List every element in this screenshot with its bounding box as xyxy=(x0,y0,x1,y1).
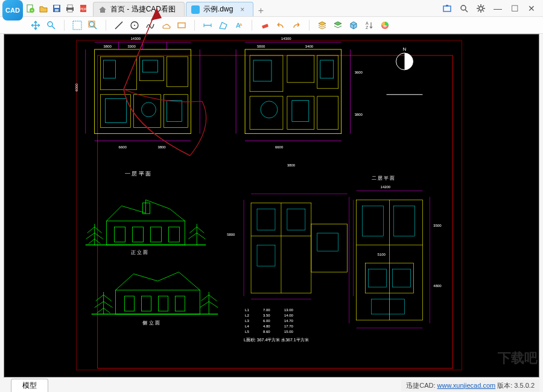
svg-text:A: A xyxy=(366,21,369,25)
settings-icon[interactable] xyxy=(475,3,486,14)
svg-rect-42 xyxy=(262,24,268,28)
maximize-button[interactable]: ☐ xyxy=(509,3,520,14)
svg-text:17.70: 17.70 xyxy=(284,324,294,328)
minimize-button[interactable]: — xyxy=(492,3,503,14)
tab-home[interactable]: 首页 - 迅捷CAD看图 xyxy=(93,2,185,16)
measure-area-icon[interactable] xyxy=(218,20,229,31)
svg-text:3800: 3800 xyxy=(157,145,166,149)
svg-text:14.00: 14.00 xyxy=(284,314,294,317)
tab-file-label: 示例.dwg xyxy=(203,4,233,14)
svg-rect-12 xyxy=(443,6,451,11)
svg-text:3800: 3800 xyxy=(355,113,363,116)
status-version-label: 版本: xyxy=(497,382,512,389)
polyline-icon[interactable] xyxy=(145,20,156,31)
new-file-icon[interactable]: + xyxy=(25,4,35,13)
layers-icon[interactable] xyxy=(317,20,328,31)
text-icon[interactable]: Aa xyxy=(233,20,244,31)
tab-home-label: 首页 - 迅捷CAD看图 xyxy=(110,4,176,14)
svg-text:+: + xyxy=(31,8,33,13)
titlebar: CAD + PDF 首页 - 迅捷CAD看图 示例.dwg × + — ☐ ✕ xyxy=(0,0,543,17)
erase-icon[interactable] xyxy=(259,20,270,31)
search-icon[interactable] xyxy=(459,3,469,14)
svg-text:二 层 平 面: 二 层 平 面 xyxy=(372,175,395,181)
svg-text:一 层 平 面: 一 层 平 面 xyxy=(125,171,151,177)
new-tab-button[interactable]: + xyxy=(255,5,267,16)
svg-text:L5: L5 xyxy=(245,330,249,334)
svg-text:N: N xyxy=(403,46,407,52)
drawing-canvas[interactable]: N 1430038003300 6000 xyxy=(4,34,539,378)
svg-text:4800: 4800 xyxy=(433,284,442,288)
svg-text:6000: 6000 xyxy=(75,83,78,92)
svg-rect-5 xyxy=(55,9,59,11)
tab-file[interactable]: 示例.dwg × xyxy=(186,2,253,16)
save-icon[interactable] xyxy=(52,4,62,13)
color-picker-icon[interactable] xyxy=(379,20,390,31)
svg-point-27 xyxy=(48,22,52,27)
svg-line-23 xyxy=(483,5,484,7)
svg-text:13.00: 13.00 xyxy=(284,308,294,312)
print-icon[interactable] xyxy=(65,4,75,13)
svg-text:3400: 3400 xyxy=(305,45,314,48)
svg-rect-11 xyxy=(191,5,200,14)
pan-icon[interactable] xyxy=(30,20,41,31)
model-tab[interactable]: 模型 xyxy=(11,379,48,392)
line-icon[interactable] xyxy=(113,20,124,31)
svg-text:5800: 5800 xyxy=(257,45,265,48)
view-3d-icon[interactable] xyxy=(348,20,359,31)
svg-line-33 xyxy=(115,22,122,29)
svg-text:14.70: 14.70 xyxy=(284,319,294,323)
svg-rect-8 xyxy=(68,10,72,12)
undo-icon[interactable] xyxy=(275,20,286,31)
measure-distance-icon[interactable] xyxy=(202,20,213,31)
svg-text:3600: 3600 xyxy=(355,71,363,74)
svg-text:14300: 14300 xyxy=(131,37,141,40)
svg-point-35 xyxy=(134,25,135,26)
svg-text:3.50: 3.50 xyxy=(263,314,270,317)
svg-text:3300: 3300 xyxy=(128,45,136,48)
svg-text:L4: L4 xyxy=(245,324,249,328)
svg-line-15 xyxy=(465,10,468,12)
svg-text:正 立 面: 正 立 面 xyxy=(131,250,148,255)
main-toolbar: Aa AZ xyxy=(0,17,543,34)
circle-icon[interactable] xyxy=(129,20,140,31)
svg-line-22 xyxy=(483,10,484,11)
home-icon xyxy=(98,5,107,14)
svg-text:8.60: 8.60 xyxy=(263,330,270,334)
svg-rect-29 xyxy=(73,21,81,30)
svg-point-30 xyxy=(89,22,94,27)
document-tabs: 首页 - 迅捷CAD看图 示例.dwg × + xyxy=(93,0,267,16)
svg-line-24 xyxy=(478,10,479,11)
cad-drawing: N 1430038003300 6000 xyxy=(4,34,539,378)
svg-text:6.00: 6.00 xyxy=(263,319,270,323)
cloud-icon[interactable] xyxy=(160,20,171,31)
status-info: 迅捷CAD: www.xunjiecad.com 版本: 3.5.0.2 xyxy=(401,380,539,391)
sort-icon[interactable]: AZ xyxy=(364,20,375,31)
svg-text:L面积: 367.4平方米  水367.1平方米: L面积: 367.4平方米 水367.1平方米 xyxy=(244,338,309,342)
svg-text:a: a xyxy=(240,22,242,27)
svg-text:6600: 6600 xyxy=(275,145,284,149)
app-logo: CAD xyxy=(2,0,23,21)
svg-text:3500: 3500 xyxy=(433,224,442,227)
quick-access-toolbar: + PDF xyxy=(25,4,88,13)
status-version: 3.5.0.2 xyxy=(514,382,535,389)
redo-icon[interactable] xyxy=(291,20,302,31)
zoom-icon[interactable] xyxy=(46,20,57,31)
svg-text:6600: 6600 xyxy=(119,145,127,149)
close-button[interactable]: ✕ xyxy=(526,3,537,14)
layer-manager-icon[interactable] xyxy=(332,20,343,31)
close-tab-icon[interactable]: × xyxy=(240,5,244,14)
open-file-icon[interactable] xyxy=(39,4,48,13)
svg-rect-46 xyxy=(4,34,539,378)
svg-text:Z: Z xyxy=(366,25,369,30)
rectangle-icon[interactable] xyxy=(176,20,187,31)
zoom-extents-icon[interactable] xyxy=(87,20,98,31)
zoom-window-icon[interactable] xyxy=(72,20,83,31)
screenshot-icon[interactable] xyxy=(442,3,453,14)
pdf-icon[interactable]: PDF xyxy=(78,4,88,13)
statusbar: 模型 迅捷CAD: www.xunjiecad.com 版本: 3.5.0.2 xyxy=(0,379,543,392)
svg-text:侧 立 面: 侧 立 面 xyxy=(142,320,159,326)
svg-text:PDF: PDF xyxy=(80,7,87,11)
status-url-link[interactable]: www.xunjiecad.com xyxy=(437,382,496,389)
svg-point-14 xyxy=(461,5,466,10)
svg-line-28 xyxy=(52,26,55,29)
